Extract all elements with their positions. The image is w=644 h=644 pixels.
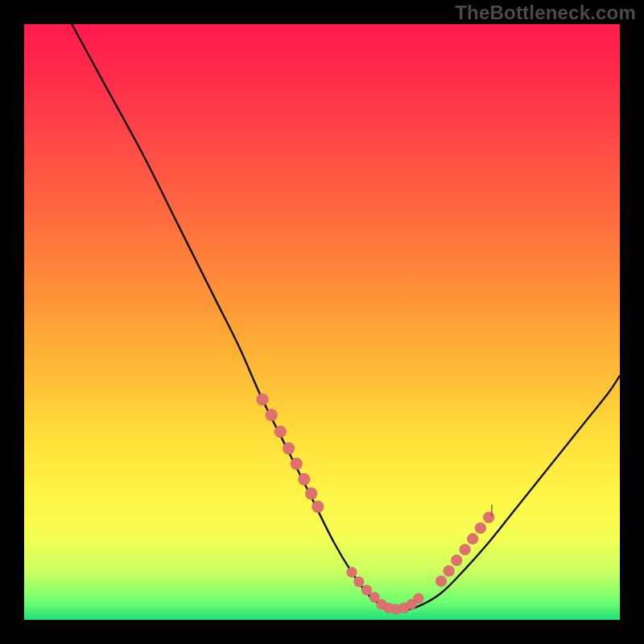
data-point bbox=[291, 458, 303, 470]
data-point bbox=[275, 426, 287, 438]
data-point bbox=[312, 501, 324, 513]
data-point bbox=[413, 593, 423, 604]
data-point bbox=[475, 522, 486, 534]
plot-area bbox=[24, 24, 620, 620]
data-point bbox=[283, 442, 295, 454]
data-point bbox=[266, 409, 278, 421]
data-markers bbox=[257, 394, 495, 614]
chart-svg bbox=[24, 24, 620, 620]
data-point bbox=[467, 533, 478, 544]
data-point bbox=[436, 576, 447, 587]
curve-line bbox=[72, 24, 620, 610]
watermark-text: TheBottleneck.com bbox=[455, 2, 636, 24]
data-point bbox=[451, 555, 462, 566]
outer-frame: TheBottleneck.com bbox=[0, 0, 644, 644]
data-point bbox=[305, 488, 317, 500]
data-point bbox=[353, 576, 364, 587]
data-point bbox=[298, 473, 310, 485]
data-point bbox=[460, 544, 471, 555]
data-point bbox=[347, 567, 357, 577]
data-point bbox=[483, 512, 494, 523]
data-point bbox=[257, 394, 269, 406]
data-point bbox=[444, 565, 455, 576]
